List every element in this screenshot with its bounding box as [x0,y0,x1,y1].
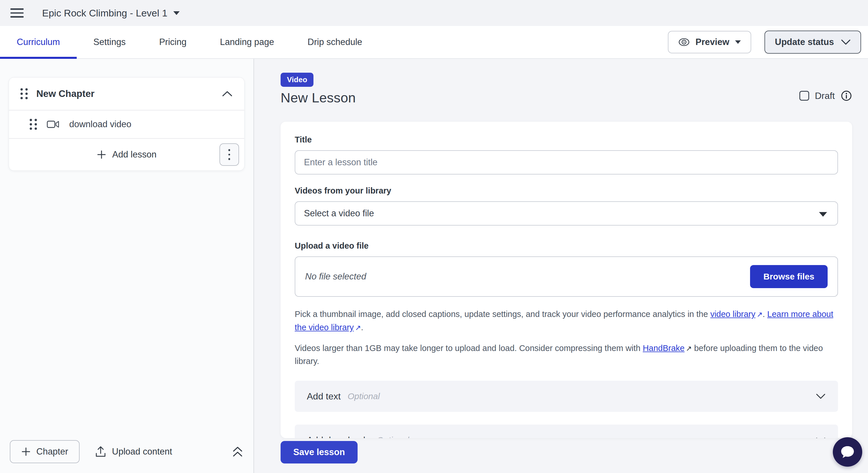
chevron-down-icon [815,437,826,438]
video-library-help-text: Pick a thumbnail image, add closed capti… [295,308,838,334]
lesson-title: download video [69,119,131,129]
add-text-label: Add text [307,391,341,402]
upload-content-label: Upload content [112,446,172,457]
lesson-heading: New Lesson [281,90,356,105]
plus-icon [21,447,31,456]
video-library-select-value: Select a video file [304,208,374,219]
browse-files-button[interactable]: Browse files [750,265,828,288]
course-builder-app: Epic Rock Climbing - Level 1 Curriculum … [0,0,868,473]
chevron-up-icon[interactable] [222,90,233,97]
chapter-header[interactable]: New Chapter [9,77,244,110]
add-downloads-section[interactable]: Add downloads Optional [295,424,838,438]
caret-down-icon [735,40,741,44]
info-icon[interactable] [841,90,852,101]
compression-help-text: Videos larger than 1GB may take longer t… [295,342,838,368]
add-lesson-label: Add lesson [112,149,156,160]
draft-toggle-group: Draft [799,90,852,101]
drag-handle-icon[interactable] [30,119,37,130]
lesson-type-badge: Video [281,73,313,87]
caret-down-icon [173,11,180,15]
update-status-button[interactable]: Update status [765,31,861,54]
content-area: New Chapter download video [0,59,868,473]
tab-landing-page[interactable]: Landing page [203,26,291,58]
tab-drip-schedule[interactable]: Drip schedule [291,26,379,58]
draft-checkbox[interactable] [799,91,809,101]
curriculum-sidebar: New Chapter download video [0,59,254,473]
optional-label: Optional [377,435,409,438]
course-title: Epic Rock Climbing - Level 1 [42,7,167,19]
library-field-label: Videos from your library [295,186,838,195]
add-lesson-row: Add lesson [9,139,244,170]
file-upload-dropzone: No file selected Browse files [295,256,838,297]
lesson-form-card: Title Videos from your library Select a … [281,122,852,438]
chapter-title: New Chapter [36,88,95,99]
chevron-down-icon [815,393,826,400]
kebab-icon [228,149,230,151]
upload-field-label: Upload a video file [295,241,838,251]
tab-bar-actions: Preview Update status [668,26,868,58]
hamburger-menu-icon[interactable] [10,7,24,19]
lesson-title-input[interactable] [295,150,838,175]
chevron-down-icon [841,39,851,45]
preview-button[interactable]: Preview [668,31,751,53]
tabs: Curriculum Settings Pricing Landing page… [0,26,379,58]
add-lesson-button[interactable]: Add lesson [97,149,156,160]
save-lesson-button[interactable]: Save lesson [281,441,358,464]
add-chapter-button[interactable]: Chapter [10,440,80,463]
lesson-editor: Video New Lesson Draft Title Videos from… [254,59,868,473]
add-downloads-label: Add downloads [307,435,370,438]
course-title-dropdown[interactable]: Epic Rock Climbing - Level 1 [42,7,180,19]
top-header: Epic Rock Climbing - Level 1 [0,0,868,26]
external-link-icon: ↗ [756,309,763,320]
chapter-options-button[interactable] [219,143,239,166]
drag-handle-icon[interactable] [21,88,28,99]
external-link-icon: ↗ [355,322,361,334]
chat-widget-button[interactable] [833,437,862,467]
caret-down-icon [819,212,827,217]
lesson-header: Video New Lesson Draft [281,73,852,105]
add-text-section[interactable]: Add text Optional [295,381,838,412]
title-field-label: Title [295,135,838,145]
upload-content-button[interactable]: Upload content [95,446,172,458]
no-file-text: No file selected [305,272,366,282]
video-camera-icon [47,120,59,129]
video-library-link[interactable]: video library [710,310,755,319]
tab-pricing[interactable]: Pricing [143,26,203,58]
upload-icon [95,446,106,458]
eye-icon [678,38,690,46]
plus-icon [97,150,106,159]
preview-label: Preview [695,37,729,47]
update-status-label: Update status [775,37,834,47]
draft-label: Draft [815,91,835,101]
chat-bubble-icon [839,444,856,460]
video-library-select[interactable]: Select a video file [295,201,838,225]
external-link-icon: ↗ [686,343,692,354]
collapse-all-icon[interactable] [231,445,244,458]
chapter-card: New Chapter download video [9,77,245,171]
add-chapter-label: Chapter [36,446,68,457]
sidebar-footer: Chapter Upload content [0,434,253,473]
lesson-row[interactable]: download video [9,111,244,138]
tab-curriculum[interactable]: Curriculum [0,26,77,58]
tab-bar: Curriculum Settings Pricing Landing page… [0,26,868,59]
optional-label: Optional [347,391,380,401]
handbrake-link[interactable]: HandBrake [643,344,685,353]
tab-settings[interactable]: Settings [77,26,143,58]
